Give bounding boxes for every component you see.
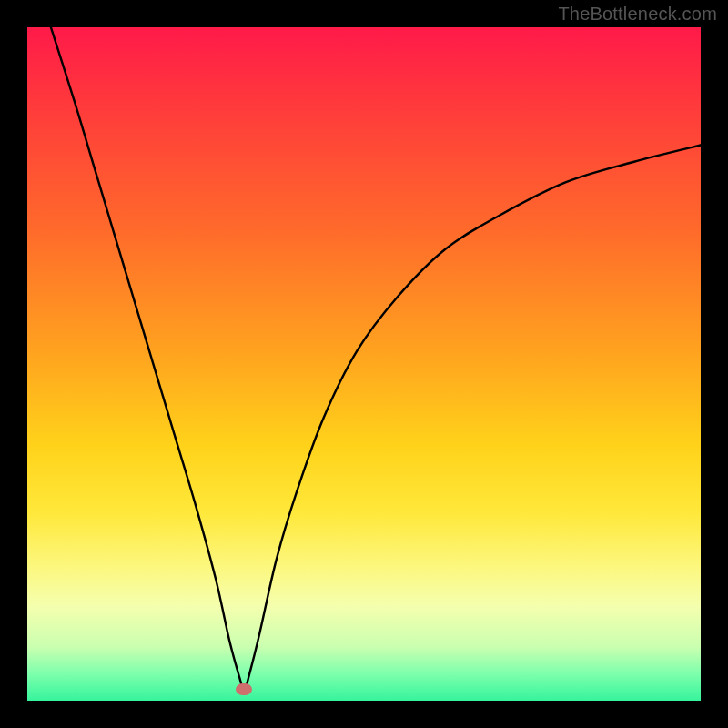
min-marker	[236, 683, 252, 695]
watermark-text: TheBottleneck.com	[558, 4, 717, 25]
curve-layer	[27, 27, 701, 701]
bottleneck-curve	[51, 27, 701, 691]
plot-area	[27, 27, 701, 701]
chart-container: TheBottleneck.com	[0, 0, 728, 728]
